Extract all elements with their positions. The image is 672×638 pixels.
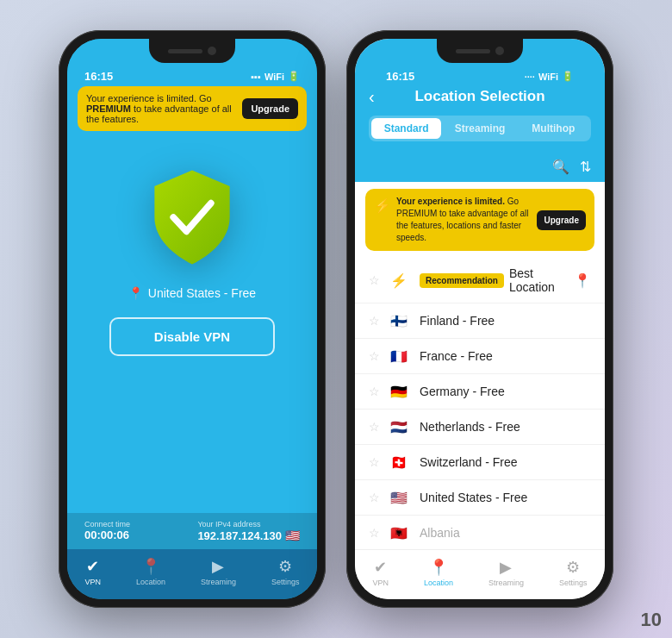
back-button[interactable]: ‹	[369, 87, 375, 107]
tab-streaming-label: Streaming	[201, 578, 236, 586]
tab-streaming-left[interactable]: ▶ Streaming	[201, 557, 236, 586]
premium-banner-left: Your experience is limited. Go PREMIUM t…	[78, 86, 307, 131]
streaming-tab-icon: ▶	[212, 557, 224, 576]
notch-camera-right	[495, 47, 504, 55]
us-flag-icon: 🇺🇸	[285, 529, 300, 542]
tab-vpn-left[interactable]: ✔ VPN	[84, 557, 101, 586]
notch-camera	[208, 47, 216, 55]
vpn-icon: ✔	[86, 557, 99, 576]
lightning-icon: ⚡	[374, 197, 391, 214]
location-tab-icon: 📍	[141, 557, 160, 576]
phone1-screen: 16:15 ▪▪▪ WiFi 🔋 Your experience is limi…	[67, 39, 317, 599]
notch-right	[437, 39, 523, 63]
streaming-tab-icon-right: ▶	[500, 558, 512, 577]
notch-left	[149, 39, 235, 63]
star-icon: ☆	[369, 491, 380, 504]
country-name: Finland - Free	[420, 314, 591, 328]
status-bar-right: 16:15 ···· WiFi 🔋	[369, 70, 591, 88]
star-icon: ☆	[369, 385, 380, 398]
upgrade-button-right[interactable]: Upgrade	[537, 210, 586, 230]
banner-text-left: Your experience is limited. Go PREMIUM t…	[86, 93, 237, 124]
country-name: United States - Free	[420, 491, 591, 504]
phone-left: 16:15 ▪▪▪ WiFi 🔋 Your experience is limi…	[59, 30, 326, 608]
ipv4-item: Your IPv4 address 192.187.124.130 🇺🇸	[197, 520, 300, 542]
star-icon: ☆	[369, 526, 380, 540]
star-icon: ☆	[369, 455, 380, 469]
status-time-left: 16:15	[84, 70, 113, 83]
tab-bar-right: ✔ VPN 📍 Location ▶ Streaming ⚙ Settings	[355, 549, 605, 599]
star-icon: ☆	[369, 314, 380, 328]
tab-vpn-right[interactable]: ✔ VPN	[372, 558, 389, 587]
disable-vpn-button[interactable]: Disable VPN	[109, 317, 275, 356]
vpn-shield-icon	[145, 166, 240, 269]
ipv4-value: 192.187.124.130 🇺🇸	[197, 529, 300, 542]
status-icons-right: ···· WiFi 🔋	[525, 71, 574, 82]
tab-location-left[interactable]: 📍 Location	[136, 557, 165, 586]
tab-streaming[interactable]: Streaming	[445, 118, 514, 139]
location-pin-icon: 📍	[128, 286, 143, 300]
tab-standard[interactable]: Standard	[371, 118, 441, 139]
star-icon: ☆	[369, 273, 380, 287]
country-flag: 🇦🇱	[387, 524, 411, 541]
best-location-badge: Recommendation	[420, 273, 504, 288]
notch-speaker-right	[456, 49, 490, 53]
location-item[interactable]: ☆ 🇩🇪 Germany - Free	[355, 374, 605, 410]
notch-speaker	[168, 49, 202, 53]
tab-location-right[interactable]: 📍 Location	[424, 558, 453, 587]
location-item[interactable]: ☆ ⚡ Recommendation Best Location 📍	[355, 258, 605, 303]
tab-settings-left[interactable]: ⚙ Settings	[271, 557, 300, 586]
watermark: 10	[641, 609, 662, 631]
tab-bar-left: ✔ VPN 📍 Location ▶ Streaming ⚙ Settings	[67, 549, 317, 599]
premium-banner-right: ⚡ Your experience is limited. Go PREMIUM…	[365, 189, 594, 251]
tab-vpn-label-right: VPN	[372, 579, 389, 587]
header-row: ‹ Location Selection	[369, 88, 591, 105]
phone-right: 16:15 ···· WiFi 🔋 ‹ Location Selection S…	[346, 30, 613, 608]
location-item[interactable]: ☆ 🇫🇷 France - Free	[355, 339, 605, 374]
country-name: Netherlands - Free	[420, 420, 591, 434]
star-icon: ☆	[369, 349, 380, 363]
vpn-tab-icon-right: ✔	[374, 558, 387, 577]
ipv4-label: Your IPv4 address	[197, 520, 300, 529]
connect-time-value: 00:00:06	[84, 529, 130, 541]
country-name: Germany - Free	[420, 385, 591, 398]
search-icon[interactable]: 🔍	[552, 159, 569, 175]
tab-settings-right[interactable]: ⚙ Settings	[559, 558, 588, 587]
country-flag: 🇫🇮	[387, 312, 411, 329]
country-name: Switzerland - Free	[420, 455, 591, 469]
location-item[interactable]: ☆ 🇫🇮 Finland - Free	[355, 303, 605, 339]
country-flag: 🇨🇭	[387, 453, 411, 471]
country-flag: 🇩🇪	[387, 383, 411, 400]
location-list: ☆ ⚡ Recommendation Best Location 📍 ☆ 🇫🇮 …	[355, 258, 605, 599]
tab-multihop[interactable]: Multihop	[519, 118, 588, 139]
page-title: Location Selection	[414, 88, 544, 105]
banner2-text: Your experience is limited. Go PREMIUM t…	[396, 196, 532, 244]
tab-settings-label-right: Settings	[559, 579, 588, 587]
country-name: Best Location	[509, 266, 574, 294]
country-flag: 🇺🇸	[387, 489, 411, 506]
connected-location: 📍 United States - Free	[128, 286, 256, 300]
location-tab-icon-right: 📍	[429, 558, 448, 577]
connection-info: Connect time 00:00:06 Your IPv4 address …	[67, 513, 317, 549]
connect-time-item: Connect time 00:00:06	[84, 520, 130, 542]
location-item[interactable]: ☆ 🇨🇭 Switzerland - Free	[355, 445, 605, 480]
tab-pills-row: Standard Streaming Multihop	[369, 116, 591, 141]
settings-tab-icon-right: ⚙	[566, 558, 580, 577]
sort-icon[interactable]: ⇅	[580, 159, 591, 175]
status-time-right: 16:15	[386, 70, 414, 83]
connect-time-label: Connect time	[84, 520, 130, 529]
tab-vpn-label: VPN	[84, 578, 101, 586]
country-flag: ⚡	[387, 272, 411, 289]
location-item[interactable]: ☆ 🇺🇸 United States - Free	[355, 480, 605, 516]
country-name: Albania	[420, 526, 591, 540]
tab-settings-label: Settings	[271, 578, 300, 586]
tab-streaming-label-right: Streaming	[488, 579, 524, 587]
location-item[interactable]: ☆ 🇳🇱 Netherlands - Free	[355, 410, 605, 445]
current-location-pin: 📍	[574, 272, 591, 289]
upgrade-button-left[interactable]: Upgrade	[242, 98, 298, 119]
location-item[interactable]: ☆ 🇦🇱 Albania	[355, 516, 605, 551]
tab-streaming-right[interactable]: ▶ Streaming	[488, 558, 524, 587]
country-flag: 🇫🇷	[387, 347, 411, 365]
status-icons-left: ▪▪▪ WiFi 🔋	[251, 71, 300, 82]
tab-location-label: Location	[136, 578, 165, 586]
phone2-screen: 16:15 ···· WiFi 🔋 ‹ Location Selection S…	[355, 39, 605, 599]
